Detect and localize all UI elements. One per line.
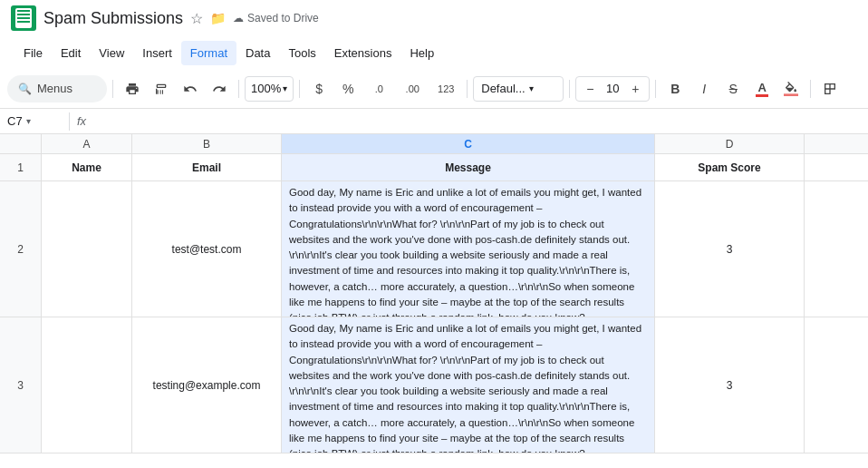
title-bar: Spam Submissions ☆ 📁 ☁ Saved to Drive xyxy=(0,0,868,36)
toolbar: 🔍 Menus 100% ▾ $ % .0 .00 123 Defaul... … xyxy=(0,69,868,109)
sheets-logo xyxy=(11,5,36,31)
font-size-increase-button[interactable]: + xyxy=(625,79,645,99)
col-header-d[interactable]: D xyxy=(655,134,805,153)
cell-email-2[interactable]: test@test.com xyxy=(132,181,282,317)
document-title[interactable]: Spam Submissions xyxy=(43,9,183,28)
print-button[interactable] xyxy=(119,75,146,102)
row-num-corner xyxy=(0,134,42,153)
zoom-dropdown-icon: ▾ xyxy=(283,83,287,93)
table-row: 3 testing@example.com Good day, My name … xyxy=(0,317,868,453)
cell-name-3[interactable] xyxy=(42,317,132,453)
header-message[interactable]: Message xyxy=(282,154,655,180)
menu-format[interactable]: Format xyxy=(181,41,236,65)
percent-button[interactable]: % xyxy=(334,75,362,102)
header-email[interactable]: Email xyxy=(132,154,282,180)
italic-button[interactable]: I xyxy=(690,75,718,102)
header-spam-score[interactable]: Spam Score xyxy=(655,154,805,180)
row-num-1: 1 xyxy=(0,154,42,180)
cell-message-3[interactable]: Good day, My name is Eric and unlike a l… xyxy=(282,317,655,453)
sep-6 xyxy=(655,80,656,98)
font-family-selector[interactable]: Defaul... ▾ xyxy=(473,76,564,102)
folder-icon[interactable]: 📁 xyxy=(210,11,226,25)
decimal-increase-button[interactable]: .00 xyxy=(396,75,429,102)
borders-button[interactable] xyxy=(816,75,844,102)
bold-button[interactable]: B xyxy=(661,75,689,102)
font-family-value: Defaul... xyxy=(481,82,525,95)
cell-message-2[interactable]: Good day, My name is Eric and unlike a l… xyxy=(282,181,655,317)
menu-insert[interactable]: Insert xyxy=(133,41,181,65)
menu-file[interactable]: File xyxy=(14,41,52,65)
fill-color-button[interactable] xyxy=(777,75,805,102)
cloud-icon: ☁ xyxy=(233,12,244,24)
num-format-button[interactable]: 123 xyxy=(430,75,461,102)
cell-ref-dropdown-icon: ▾ xyxy=(26,116,31,126)
table-row: 2 test@test.com Good day, My name is Eri… xyxy=(0,181,868,317)
font-size-value: 10 xyxy=(602,82,623,95)
spreadsheet: A B C D 1 Name Email Message Spam Score … xyxy=(0,134,868,453)
menu-bar: File Edit View Insert Format Data Tools … xyxy=(0,36,868,69)
cell-email-3[interactable]: testing@example.com xyxy=(132,317,282,453)
strikethrough-button[interactable]: S xyxy=(719,75,747,102)
formula-sep xyxy=(69,112,70,131)
sep-3 xyxy=(299,80,300,98)
table-row: 1 Name Email Message Spam Score xyxy=(0,154,868,181)
star-icon[interactable]: ☆ xyxy=(190,10,203,27)
font-size-box[interactable]: − 10 + xyxy=(575,76,650,102)
font-color-button[interactable]: A xyxy=(748,75,776,102)
decimal-decrease-button[interactable]: .0 xyxy=(363,75,394,102)
menu-edit[interactable]: Edit xyxy=(52,41,90,65)
col-header-b[interactable]: B xyxy=(132,134,282,153)
search-box[interactable]: 🔍 Menus xyxy=(7,75,107,102)
sep-2 xyxy=(238,80,239,98)
search-menus-label: Menus xyxy=(37,82,72,95)
currency-button[interactable]: $ xyxy=(305,75,333,102)
col-header-a[interactable]: A xyxy=(42,134,132,153)
zoom-box[interactable]: 100% ▾ xyxy=(245,76,294,102)
sep-7 xyxy=(810,80,811,98)
header-name[interactable]: Name xyxy=(42,154,132,180)
cell-name-2[interactable] xyxy=(42,181,132,317)
paint-format-button[interactable] xyxy=(148,75,175,102)
undo-button[interactable] xyxy=(177,75,204,102)
formula-bar: C7 ▾ fx xyxy=(0,109,868,134)
cell-spam-score-2[interactable]: 3 xyxy=(655,181,805,317)
font-color-label: A xyxy=(758,81,767,94)
menu-data[interactable]: Data xyxy=(236,41,279,65)
menu-view[interactable]: View xyxy=(90,41,133,65)
col-header-c[interactable]: C xyxy=(282,134,655,153)
search-icon: 🔍 xyxy=(18,83,32,95)
menu-help[interactable]: Help xyxy=(400,41,443,65)
font-family-dropdown-icon: ▾ xyxy=(529,83,534,93)
cell-spam-score-3[interactable]: 3 xyxy=(655,317,805,453)
menu-extensions[interactable]: Extensions xyxy=(325,41,401,65)
cell-ref-value: C7 xyxy=(7,114,23,128)
row-num-2: 2 xyxy=(0,181,42,317)
redo-button[interactable] xyxy=(206,75,233,102)
menu-tools[interactable]: Tools xyxy=(279,41,324,65)
sep-1 xyxy=(112,80,113,98)
saved-to-drive: ☁ Saved to Drive xyxy=(233,12,319,24)
fx-label: fx xyxy=(77,114,86,128)
zoom-value: 100% xyxy=(251,82,281,95)
sep-4 xyxy=(467,80,468,98)
cell-reference-box[interactable]: C7 ▾ xyxy=(7,114,62,128)
font-size-decrease-button[interactable]: − xyxy=(580,79,600,99)
row-num-3: 3 xyxy=(0,317,42,453)
column-headers: A B C D xyxy=(0,134,868,154)
sep-5 xyxy=(569,80,570,98)
